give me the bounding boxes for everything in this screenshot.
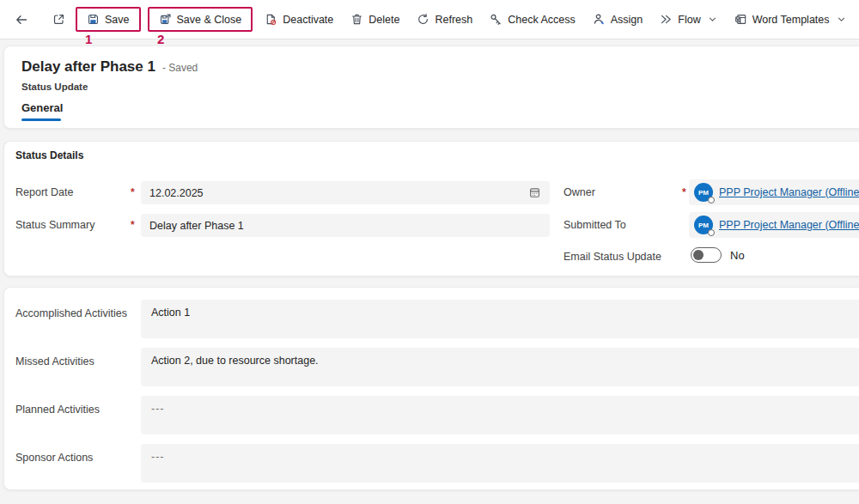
- owner-lookup-field[interactable]: PM PPP Project Manager (Offline) ×: [689, 179, 859, 205]
- owner-avatar: PM: [694, 183, 713, 202]
- missed-activities-field[interactable]: Action 2, due to resource shortage.: [141, 348, 859, 386]
- run-report-button[interactable]: Run Report: [856, 9, 859, 30]
- open-in-new-window-button[interactable]: [46, 9, 71, 30]
- deactivate-button[interactable]: Deactivate: [257, 9, 341, 30]
- save-and-close-button[interactable]: Save & Close: [151, 9, 250, 30]
- save-button[interactable]: Save: [79, 9, 137, 30]
- section-title-status-details: Status Details: [15, 149, 83, 161]
- open-in-new-window-icon: [52, 13, 65, 26]
- record-type-label: Status Update: [21, 82, 88, 92]
- missed-activities-label: Missed Activities: [15, 355, 94, 367]
- planned-activities-value: ---: [151, 403, 165, 415]
- deactivate-label: Deactivate: [283, 14, 333, 26]
- sponsor-actions-value: ---: [151, 451, 165, 463]
- word-templates-button[interactable]: Word Templates: [727, 9, 854, 30]
- submitted-to-link[interactable]: PPP Project Manager (Offline): [719, 219, 859, 231]
- owner-link[interactable]: PPP Project Manager (Offline): [719, 186, 859, 198]
- refresh-label: Refresh: [435, 14, 472, 26]
- submitted-to-avatar-initials: PM: [698, 222, 709, 229]
- flow-chevron-down-icon: [708, 15, 717, 24]
- key-icon: [490, 13, 503, 26]
- email-status-update-value: No: [730, 249, 745, 262]
- assign-button[interactable]: Assign: [585, 9, 651, 30]
- report-date-field[interactable]: 12.02.2025: [141, 181, 550, 204]
- toggle-knob: [693, 250, 704, 260]
- status-summary-label: Status Summary: [15, 219, 94, 231]
- save-status-text: - Saved: [162, 62, 198, 74]
- flow-icon: [660, 13, 673, 26]
- report-date-required-marker: *: [131, 186, 135, 198]
- flow-button[interactable]: Flow: [652, 9, 724, 30]
- submitted-to-avatar: PM: [694, 216, 713, 234]
- back-arrow-icon: [15, 13, 28, 27]
- owner-label: Owner: [564, 186, 595, 198]
- owner-required-marker: *: [682, 186, 686, 198]
- sponsor-actions-field[interactable]: ---: [141, 444, 859, 483]
- save-annotation-box: Save: [76, 7, 141, 32]
- delete-label: Delete: [369, 14, 399, 26]
- command-bar: Save Save & Close Deactivate Delete Refr…: [0, 0, 859, 39]
- record-header-card: Delay after Phase 1 - Saved Status Updat…: [3, 46, 859, 129]
- status-summary-required-marker: *: [131, 219, 135, 231]
- submitted-to-lookup-field[interactable]: PM PPP Project Manager (Offline) ×: [689, 212, 859, 238]
- annotation-step-2: 2: [157, 32, 164, 46]
- word-templates-icon: [734, 13, 747, 26]
- status-details-card: Status Details Report Date * 12.02.2025 …: [3, 141, 859, 276]
- missed-activities-value: Action 2, due to resource shortage.: [151, 355, 319, 367]
- page-title: Delay after Phase 1: [21, 58, 155, 76]
- activities-card: Accomplished Activities Action 1 Missed …: [3, 287, 859, 490]
- flow-label: Flow: [678, 14, 700, 26]
- save-label: Save: [105, 14, 130, 26]
- planned-activities-label: Planned Activities: [15, 404, 100, 416]
- save-and-close-icon: [159, 13, 172, 26]
- status-summary-field[interactable]: Delay after Phase 1: [141, 214, 550, 237]
- delete-icon: [350, 13, 363, 26]
- record-title-row: Delay after Phase 1 - Saved: [21, 58, 198, 76]
- sponsor-actions-label: Sponsor Actions: [15, 452, 93, 464]
- tab-general[interactable]: General: [21, 101, 63, 121]
- word-templates-label: Word Templates: [752, 14, 830, 26]
- planned-activities-field[interactable]: ---: [141, 396, 859, 434]
- check-access-label: Check Access: [508, 14, 576, 26]
- report-date-label: Report Date: [15, 186, 73, 198]
- assign-person-icon: [593, 13, 606, 26]
- annotation-step-1: 1: [85, 32, 92, 46]
- word-templates-chevron-down-icon: [837, 15, 846, 24]
- owner-avatar-initials: PM: [698, 189, 709, 197]
- accomplished-activities-value: Action 1: [151, 307, 190, 319]
- back-button[interactable]: [9, 9, 34, 31]
- offline-presence-icon: [708, 197, 715, 203]
- offline-presence-icon: [708, 229, 715, 236]
- calendar-icon[interactable]: [528, 186, 541, 199]
- email-status-update-label: Email Status Update: [564, 251, 661, 263]
- assign-label: Assign: [611, 14, 643, 26]
- refresh-button[interactable]: Refresh: [409, 9, 480, 30]
- deactivate-icon: [265, 13, 277, 26]
- save-icon: [87, 13, 100, 26]
- save-and-close-annotation-box: Save & Close: [148, 7, 253, 32]
- report-date-value: 12.02.2025: [149, 187, 204, 199]
- email-status-update-toggle[interactable]: [691, 247, 722, 263]
- submitted-to-label: Submitted To: [564, 219, 626, 231]
- refresh-icon: [417, 13, 430, 26]
- accomplished-activities-label: Accomplished Activities: [15, 307, 127, 319]
- check-access-button[interactable]: Check Access: [482, 9, 583, 30]
- accomplished-activities-field[interactable]: Action 1: [141, 300, 859, 338]
- status-summary-value: Delay after Phase 1: [149, 220, 244, 232]
- save-and-close-label: Save & Close: [177, 14, 242, 26]
- delete-button[interactable]: Delete: [343, 9, 407, 30]
